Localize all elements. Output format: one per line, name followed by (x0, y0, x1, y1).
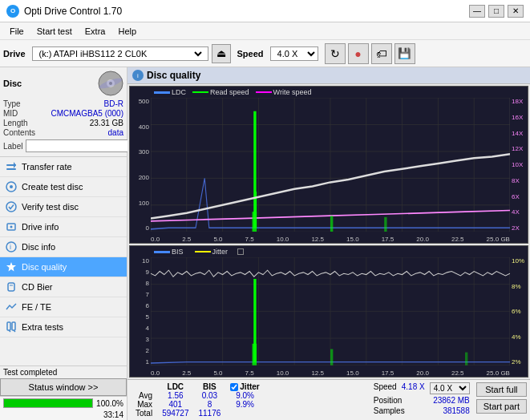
samples-label: Samples (374, 406, 405, 415)
y2-3: 3 (130, 336, 151, 343)
y2-4: 4 (130, 325, 151, 332)
eject-button[interactable]: ⏏ (212, 44, 231, 63)
total-ldc: 594727 (157, 409, 193, 418)
menu-extra[interactable]: Extra (79, 25, 112, 38)
position-value: 23862 MB (433, 396, 470, 405)
status-bar: Test completed Status window >> 100.0% 3… (0, 365, 127, 420)
app-title: Opti Drive Control 1.70 (24, 6, 122, 17)
y1r-16: 16X (510, 114, 528, 121)
save-button[interactable]: 💾 (394, 43, 415, 64)
progress-bar-container (3, 398, 93, 408)
svg-rect-40 (253, 212, 257, 232)
y2r-10: 10% (510, 257, 528, 265)
x1-225: 22.5 (451, 236, 464, 243)
sidebar-item-disc-quality[interactable]: Disc quality (0, 257, 127, 277)
sidebar-item-transfer-rate[interactable]: Transfer rate (0, 157, 127, 177)
drive-selector[interactable]: (k:) ATAPI iHBS112 2 CL0K (32, 46, 208, 61)
drive-select-dropdown[interactable]: (k:) ATAPI iHBS112 2 CL0K (36, 48, 204, 59)
x2-150: 15.0 (346, 370, 359, 377)
start-part-button[interactable]: Start part (476, 399, 527, 414)
nav-items: Transfer rate Create test disc Verify te… (0, 157, 127, 365)
drive-label: Drive (3, 49, 26, 59)
status-window-button[interactable]: Status window >> (0, 378, 127, 396)
svg-rect-15 (8, 283, 14, 291)
avg-ldc: 1.56 (157, 391, 193, 400)
transfer-rate-label: Transfer rate (22, 162, 72, 172)
mid-label: MID (3, 109, 18, 118)
header-bis: BIS (194, 382, 226, 391)
refresh-button[interactable]: ↻ (325, 43, 346, 64)
y1r-8: 8X (510, 177, 528, 184)
length-label: Length (3, 119, 28, 127)
y2-6: 6 (130, 302, 151, 309)
disc-icon (98, 71, 123, 96)
y1r-6: 6X (510, 193, 528, 200)
x2-125: 12.5 (311, 370, 324, 377)
speed-select[interactable]: 4.0 X (430, 382, 470, 394)
svg-rect-61 (330, 349, 333, 365)
color-button[interactable]: ● (348, 43, 369, 64)
sidebar-item-create-test-disc[interactable]: Create test disc (0, 177, 127, 197)
start-full-button[interactable]: Start full (476, 382, 527, 397)
time-display: 33:14 (0, 410, 127, 420)
svg-point-11 (10, 226, 13, 228)
sidebar-item-verify-test-disc[interactable]: Verify test disc (0, 197, 127, 217)
speed-select[interactable]: 4.0 X 8.0 X (270, 46, 318, 61)
legend-bis: BIS (172, 248, 184, 256)
disc-title: Disc (3, 79, 22, 88)
x2-0: 0.0 (151, 370, 160, 377)
panel-icon: i (132, 70, 144, 81)
legend-read: Read speed (210, 88, 249, 96)
label-button[interactable]: 🏷 (371, 43, 392, 64)
status-text: Test completed (0, 366, 127, 378)
x1-25: 2.5 (182, 236, 191, 243)
menu-start-test[interactable]: Start test (30, 25, 79, 38)
sidebar-item-drive-info[interactable]: Drive info (0, 217, 127, 237)
create-test-disc-label: Create test disc (22, 182, 83, 192)
position-row: Position 23862 MB (374, 396, 470, 405)
charts-area: LDC Read speed Write speed 500 400 300 (127, 84, 530, 379)
y1r-18: 18X (510, 98, 528, 105)
minimize-button[interactable]: — (469, 5, 485, 18)
y2-1: 1 (130, 358, 151, 365)
x2-25: 2.5 (182, 370, 191, 377)
disc-section: Disc Type BD-R MID CMCMAGBA (0, 67, 127, 157)
x1-75: 7.5 (245, 236, 254, 243)
sidebar-item-fe-te[interactable]: FE / TE (0, 297, 127, 317)
avg-label: Avg (131, 391, 157, 400)
svg-rect-6 (6, 168, 16, 170)
x1-125: 12.5 (311, 236, 324, 243)
speed-label: Speed (374, 382, 397, 394)
jitter-checkbox[interactable] (230, 383, 238, 391)
sidebar-item-cd-bier[interactable]: CD Bier (0, 277, 127, 297)
window-controls: — □ ✕ (469, 5, 524, 18)
y1-label-200: 200 (130, 174, 151, 181)
chart1-legend: LDC Read speed Write speed (154, 88, 311, 96)
type-value: BD-R (104, 99, 123, 108)
menu-file[interactable]: File (3, 25, 30, 38)
menu-help[interactable]: Help (111, 25, 143, 38)
y2-8: 8 (130, 280, 151, 287)
chart2-legend: BIS Jitter (154, 248, 244, 256)
menubar: File Start test Extra Help (0, 22, 530, 40)
y2r-8: 8% (510, 283, 528, 290)
chart2-svg (151, 257, 510, 365)
main-area: Disc Type BD-R MID CMCMAGBA (0, 67, 530, 420)
label-input[interactable] (26, 139, 129, 152)
x2-175: 17.5 (382, 370, 394, 377)
mid-value: CMCMAGBA5 (000) (51, 109, 123, 118)
avg-jitter: 9.0% (225, 391, 264, 400)
svg-rect-17 (7, 322, 10, 330)
titlebar: O Opti Drive Control 1.70 — □ ✕ (0, 0, 530, 22)
header-jitter: Jitter (225, 382, 264, 391)
y1-label-100: 100 (130, 200, 151, 207)
y2r-2: 2% (510, 358, 528, 365)
maximize-button[interactable]: □ (488, 5, 504, 18)
close-button[interactable]: ✕ (508, 5, 524, 18)
x2-50: 5.0 (213, 370, 222, 377)
sidebar-item-extra-tests[interactable]: Extra tests (0, 317, 127, 337)
svg-point-8 (10, 185, 13, 188)
x1-0: 0.0 (151, 236, 160, 243)
contents-value: data (108, 128, 123, 137)
sidebar-item-disc-info[interactable]: i Disc info (0, 237, 127, 257)
